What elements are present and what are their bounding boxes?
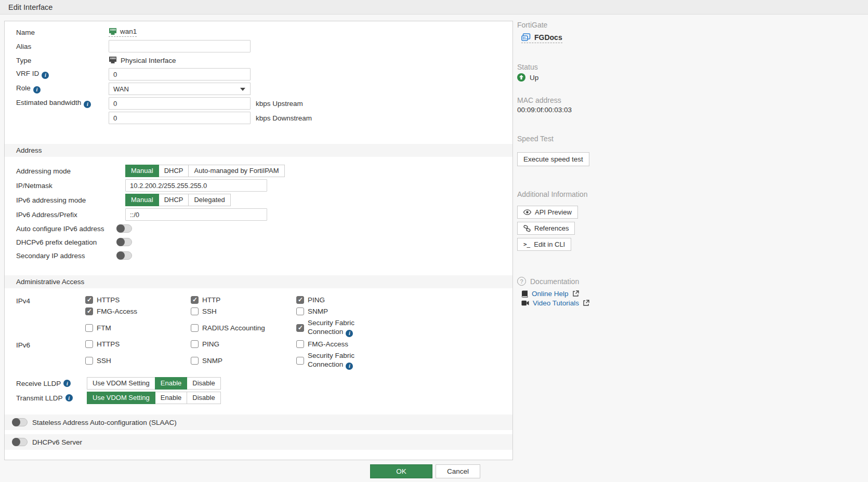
ip-netmask-label: IP/Netmask <box>16 182 125 190</box>
row-transmit-lldp: Transmit LLDPi Use VDOM Setting Enable D… <box>16 392 501 404</box>
info-icon[interactable]: i <box>84 101 91 108</box>
checkbox-ipv4-fmg-access[interactable] <box>85 307 93 315</box>
bandwidth-upstream-input[interactable] <box>109 97 251 110</box>
additional-info-header: Additional Information <box>517 190 689 198</box>
status-header: Status <box>517 63 689 71</box>
row-dhcpv6-prefix: DHCPv6 prefix delegation <box>16 236 501 248</box>
ethernet-port-icon <box>109 28 117 35</box>
video-tutorials-row: Video Tutorials <box>521 299 689 307</box>
slaac-toggle[interactable] <box>12 418 28 426</box>
alias-label: Alias <box>16 43 109 50</box>
alias-input[interactable] <box>109 40 251 52</box>
chevron-down-icon <box>240 88 245 91</box>
ipv6-mode-manual[interactable]: Manual <box>125 194 159 206</box>
row-bandwidth-down: kbps Downstream <box>16 112 501 124</box>
checkbox-ipv6-ssh[interactable] <box>85 357 93 365</box>
addressing-mode-segmented: Manual DHCP Auto-managed by FortiIPAM <box>125 165 285 177</box>
ipv6-mode-dhcp[interactable]: DHCP <box>159 194 189 206</box>
api-preview-button[interactable]: API Preview <box>517 206 578 219</box>
video-tutorials-link[interactable]: Video Tutorials <box>533 299 579 307</box>
info-icon[interactable]: i <box>65 394 73 401</box>
receive-lldp-enable[interactable]: Enable <box>155 377 187 390</box>
checkbox-ipv4-ssh[interactable] <box>191 307 199 315</box>
addressing-mode-fortiipam[interactable]: Auto-managed by FortiIPAM <box>188 165 284 177</box>
edit-in-cli-button[interactable]: >_ Edit in CLI <box>517 238 571 251</box>
checkbox-ipv4-https[interactable] <box>85 296 93 304</box>
execute-speed-test-button[interactable]: Execute speed test <box>517 152 589 166</box>
transmit-lldp-segmented: Use VDOM Setting Enable Disable <box>87 392 221 404</box>
type-value: Physical Interface <box>121 57 176 64</box>
role-value: WAN <box>113 85 129 93</box>
interface-name-value[interactable]: wan1 <box>109 28 137 37</box>
fortigate-header: FortiGate <box>517 21 689 29</box>
mac-header: MAC address <box>517 96 689 104</box>
ipv6-prefix-label: IPv6 Address/Prefix <box>16 211 125 219</box>
documentation-header: ? Documentation <box>517 277 689 286</box>
ipv6-label: IPv6 <box>16 340 85 370</box>
references-button[interactable]: References <box>517 222 575 235</box>
checkbox-ipv4-ping[interactable] <box>296 296 304 304</box>
ip-netmask-input[interactable] <box>125 179 267 192</box>
info-icon[interactable]: i <box>346 330 353 337</box>
book-icon <box>521 290 528 298</box>
checkbox-ipv4-security-fabric[interactable] <box>296 324 304 332</box>
info-icon[interactable]: i <box>63 380 71 387</box>
addressing-mode-manual[interactable]: Manual <box>125 165 159 177</box>
checkbox-ipv6-ping[interactable] <box>191 340 199 348</box>
ipv6-prefix-input[interactable] <box>125 208 267 221</box>
type-label: Type <box>16 57 109 64</box>
role-label: Rolei <box>16 84 109 93</box>
dhcpv6-prefix-toggle[interactable] <box>116 238 132 246</box>
bandwidth-downstream-input[interactable] <box>109 112 251 124</box>
name-value: wan1 <box>120 28 137 35</box>
info-icon[interactable]: i <box>346 363 353 370</box>
transmit-lldp-vdom[interactable]: Use VDOM Setting <box>87 392 155 404</box>
secondary-ip-toggle[interactable] <box>116 251 132 260</box>
transmit-lldp-disable[interactable]: Disable <box>187 392 220 404</box>
name-label: Name <box>16 29 109 36</box>
auto-ipv6-label: Auto configure IPv6 address <box>16 225 116 233</box>
checkbox-ipv6-snmp[interactable] <box>191 357 199 365</box>
checkbox-ipv6-security-fabric[interactable] <box>296 357 304 365</box>
online-help-link[interactable]: Online Help <box>532 290 569 298</box>
info-icon[interactable]: i <box>42 72 49 79</box>
external-link-icon <box>572 290 579 297</box>
secondary-ip-label: Secondary IP address <box>16 252 116 260</box>
ipv6-mode-delegated[interactable]: Delegated <box>188 194 230 206</box>
ipv6-mode-segmented: Manual DHCP Delegated <box>125 194 231 206</box>
fortigate-device-link[interactable]: FGDocs <box>521 33 562 43</box>
checkbox-ipv4-http[interactable] <box>191 296 199 304</box>
edit-interface-form: Name wan1 Alias Type Physical Interface … <box>4 21 513 460</box>
addressing-mode-dhcp[interactable]: DHCP <box>159 165 189 177</box>
transmit-lldp-enable[interactable]: Enable <box>155 392 187 404</box>
admin-access-section-header: Administrative Access <box>5 275 512 288</box>
ipv6-mode-label: IPv6 addressing mode <box>16 196 125 204</box>
cancel-button[interactable]: Cancel <box>436 464 480 478</box>
dhcpv6-server-toggle[interactable] <box>12 438 28 446</box>
vrf-input[interactable] <box>109 68 251 81</box>
row-bandwidth-up: Estimated bandwidthi kbps Upstream <box>16 97 501 110</box>
dhcpv6-server-section-bar: DHCPv6 Server <box>5 434 512 450</box>
receive-lldp-disable[interactable]: Disable <box>187 377 220 390</box>
ipv4-access-group: IPv4 HTTPS HTTP PING FMG-Access SSH SNMP… <box>16 296 501 337</box>
row-alias: Alias <box>16 40 501 52</box>
auto-ipv6-toggle[interactable] <box>116 224 132 233</box>
speed-test-header: Speed Test <box>517 135 689 143</box>
role-select[interactable]: WAN <box>109 83 251 95</box>
external-link-icon <box>583 300 589 306</box>
link-icon <box>523 225 531 232</box>
page-title-bar: Edit Interface <box>0 0 868 15</box>
receive-lldp-vdom[interactable]: Use VDOM Setting <box>87 377 155 390</box>
checkbox-ipv6-https[interactable] <box>85 340 93 348</box>
dhcpv6-server-label: DHCPv6 Server <box>32 438 82 446</box>
page-title: Edit Interface <box>8 3 52 11</box>
dhcpv6-prefix-label: DHCPv6 prefix delegation <box>16 238 116 246</box>
ok-button[interactable]: OK <box>370 464 432 478</box>
checkbox-ipv6-fmg-access[interactable] <box>296 340 304 348</box>
checkbox-ipv4-radius-accounting[interactable] <box>191 324 199 332</box>
checkbox-ipv4-ftm[interactable] <box>85 324 93 332</box>
receive-lldp-label: Receive LLDPi <box>16 380 87 387</box>
terminal-icon: >_ <box>523 241 530 248</box>
checkbox-ipv4-snmp[interactable] <box>296 307 304 315</box>
info-icon[interactable]: i <box>33 86 41 93</box>
